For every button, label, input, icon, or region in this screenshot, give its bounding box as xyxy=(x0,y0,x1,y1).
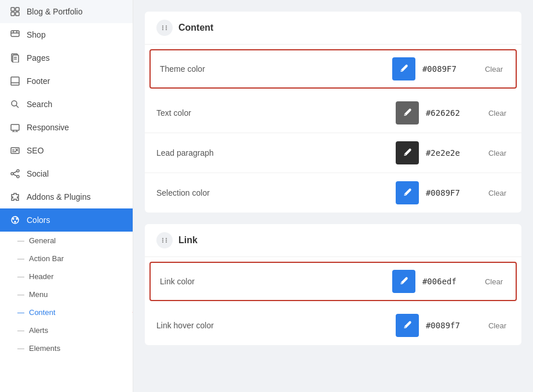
svg-point-29 xyxy=(16,218,17,219)
text-color-clear[interactable]: Clear xyxy=(485,107,510,120)
svg-point-33 xyxy=(166,25,167,27)
svg-point-35 xyxy=(166,27,167,28)
selection-color-value: #0089F7 xyxy=(426,188,478,197)
sidebar-item-label: SEO xyxy=(27,146,44,155)
sidebar-item-seo[interactable]: SEO xyxy=(0,139,133,162)
lead-paragraph-value: #2e2e2e xyxy=(426,148,478,157)
svg-point-37 xyxy=(166,29,167,30)
main-content: Content Theme color #0089F7 Clear Text c… xyxy=(133,0,533,392)
sidebar-item-label: Responsive xyxy=(27,123,69,132)
sidebar-item-label: Social xyxy=(27,169,49,178)
svg-rect-3 xyxy=(16,12,19,16)
svg-point-24 xyxy=(17,175,19,178)
eyedropper-icon xyxy=(399,64,409,74)
svg-point-23 xyxy=(11,173,13,175)
link-color-picker[interactable] xyxy=(392,270,415,293)
sidebar-item-label: Search xyxy=(27,100,52,109)
svg-rect-0 xyxy=(11,8,14,11)
link-hover-color-row: Link hover color #0089f7 Clear xyxy=(145,306,521,345)
text-color-picker[interactable] xyxy=(396,101,419,124)
sidebar-item-responsive[interactable]: Responsive xyxy=(0,116,133,139)
shop-icon xyxy=(9,29,21,41)
theme-color-picker[interactable] xyxy=(392,57,415,80)
svg-line-12 xyxy=(16,105,19,108)
svg-point-28 xyxy=(13,218,14,219)
svg-rect-13 xyxy=(11,124,19,130)
sidebar-item-social[interactable]: Social xyxy=(0,162,133,185)
eyedropper-icon xyxy=(399,276,409,287)
sidebar-item-shop[interactable]: Shop xyxy=(0,23,133,46)
svg-point-34 xyxy=(162,27,163,28)
sidebar-item-footer[interactable]: Footer xyxy=(0,69,133,93)
eyedropper-icon xyxy=(402,188,412,198)
sidebar-subitem-content[interactable]: — Content xyxy=(0,303,133,321)
sidebar-subitem-elements[interactable]: — Elements xyxy=(0,339,133,357)
selection-color-row: Selection color #0089F7 Clear xyxy=(145,173,521,213)
seo-icon xyxy=(9,145,21,156)
link-hover-color-picker[interactable] xyxy=(396,314,419,337)
social-icon xyxy=(9,168,21,179)
svg-point-38 xyxy=(162,238,163,239)
sidebar-item-blog[interactable]: Blog & Portfolio xyxy=(0,0,133,23)
sidebar-item-search[interactable]: Search xyxy=(0,93,133,116)
link-hover-color-value: #0089f7 xyxy=(426,321,478,330)
theme-color-value: #0089F7 xyxy=(422,64,474,74)
svg-line-26 xyxy=(13,174,17,176)
sidebar-item-addons[interactable]: Addons & Plugins xyxy=(0,185,133,208)
content-section-title: Content xyxy=(178,23,213,33)
sidebar-subitems: — General — Action Bar — Header — Menu —… xyxy=(0,232,133,357)
svg-point-41 xyxy=(166,240,167,241)
svg-point-11 xyxy=(12,101,17,106)
selection-color-label: Selection color xyxy=(156,188,389,197)
sidebar-item-colors[interactable]: Colors xyxy=(0,208,133,232)
text-color-label: Text color xyxy=(156,108,389,118)
lead-paragraph-label: Lead paragraph xyxy=(156,148,389,157)
sidebar-subitem-general[interactable]: — General xyxy=(0,232,133,250)
selection-color-picker[interactable] xyxy=(396,181,419,204)
content-section-header: Content xyxy=(145,12,521,45)
sidebar-item-label: Colors xyxy=(27,215,50,225)
lead-paragraph-picker[interactable] xyxy=(396,141,419,164)
blog-icon xyxy=(9,6,21,17)
lead-paragraph-row: Lead paragraph #2e2e2e Clear xyxy=(145,133,521,173)
text-color-row: Text color #626262 Clear xyxy=(145,93,521,133)
sidebar-item-label: Pages xyxy=(27,53,50,63)
theme-color-clear[interactable]: Clear xyxy=(481,63,506,76)
pages-icon xyxy=(9,52,21,64)
sidebar-item-label: Blog & Portfolio xyxy=(27,7,83,16)
link-section-header: Link xyxy=(145,224,521,257)
colors-icon xyxy=(9,214,21,226)
link-section: Link Link color #006edf Clear Link hover… xyxy=(145,224,521,345)
svg-rect-1 xyxy=(16,8,19,11)
link-section-title: Link xyxy=(178,235,198,246)
responsive-icon xyxy=(9,122,21,133)
link-color-row: Link color #006edf Clear xyxy=(151,263,516,300)
sidebar-subitem-header[interactable]: — Header xyxy=(0,268,133,285)
sidebar-item-pages[interactable]: Pages xyxy=(0,46,133,69)
selection-color-clear[interactable]: Clear xyxy=(485,186,510,200)
sidebar-subitem-action-bar[interactable]: — Action Bar xyxy=(0,250,133,268)
sidebar: Blog & Portfolio Shop Pages xyxy=(0,0,133,392)
link-color-value: #006edf xyxy=(422,277,474,286)
svg-rect-2 xyxy=(11,12,14,16)
text-color-value: #626262 xyxy=(426,108,478,118)
sidebar-item-label: Shop xyxy=(27,30,46,39)
svg-line-25 xyxy=(13,171,17,173)
link-drag-handle[interactable] xyxy=(156,232,173,248)
content-drag-handle[interactable] xyxy=(156,20,173,36)
eyedropper-icon xyxy=(402,148,412,158)
sidebar-subitem-alerts[interactable]: — Alerts xyxy=(0,321,133,339)
svg-rect-9 xyxy=(11,77,19,85)
eyedropper-icon xyxy=(402,108,412,118)
link-color-label: Link color xyxy=(160,277,385,286)
sidebar-item-label: Addons & Plugins xyxy=(27,192,91,202)
content-section: Content Theme color #0089F7 Clear Text c… xyxy=(145,12,521,213)
sidebar-subitem-menu[interactable]: — Menu xyxy=(0,285,133,303)
addons-icon xyxy=(9,191,21,203)
svg-point-43 xyxy=(166,241,167,243)
lead-paragraph-clear[interactable]: Clear xyxy=(485,146,510,160)
svg-point-32 xyxy=(162,25,163,27)
link-color-clear[interactable]: Clear xyxy=(481,275,506,288)
link-hover-color-clear[interactable]: Clear xyxy=(485,319,510,332)
svg-point-42 xyxy=(162,241,163,243)
